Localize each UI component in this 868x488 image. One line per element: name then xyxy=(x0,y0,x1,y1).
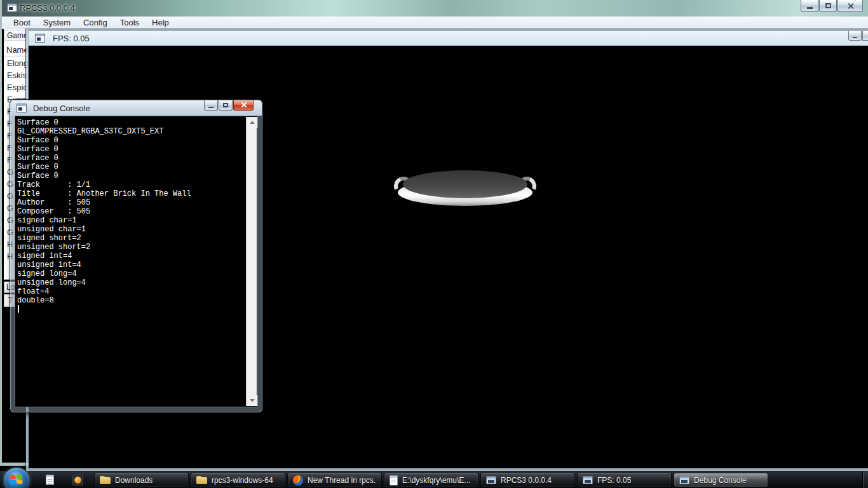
rpcs3-app-icon xyxy=(7,3,17,12)
menu-system[interactable]: System xyxy=(37,17,77,29)
menu-help[interactable]: Help xyxy=(146,17,175,29)
app-window-icon xyxy=(486,476,496,484)
rpcs3-app-icon xyxy=(35,34,45,43)
maximize-button[interactable] xyxy=(862,31,868,41)
main-caption-buttons xyxy=(801,0,863,12)
fps-titlebar[interactable]: FPS: 0.05 xyxy=(29,31,868,46)
game-row[interactable]: Elong xyxy=(7,58,28,71)
scroll-up-arrow-icon[interactable] xyxy=(247,117,257,128)
main-titlebar[interactable]: RPCS3 0.0.0.4 xyxy=(2,0,868,17)
app-window-icon xyxy=(583,476,593,484)
minimize-button[interactable] xyxy=(204,100,218,111)
rpcs3-app-icon xyxy=(17,104,27,112)
taskbar-button-browser[interactable]: New Thread in rpcs... xyxy=(287,473,382,487)
pinned-notepad-icon[interactable] xyxy=(46,475,57,486)
minimize-button[interactable] xyxy=(801,0,818,12)
taskbar-button-rpcs3[interactable]: RPCS3 0.0.0.4 xyxy=(480,473,575,487)
start-button[interactable] xyxy=(4,468,29,488)
fps-caption-buttons xyxy=(848,31,868,41)
taskbar-button-text-file[interactable]: E:\dyskfqry\emu\E... xyxy=(384,473,478,487)
scroll-down-arrow-icon[interactable] xyxy=(247,395,257,406)
close-button[interactable] xyxy=(837,0,863,12)
main-window-title: RPCS3 0.0.0.4 xyxy=(20,3,75,13)
menubar: Boot System Config Tools Help xyxy=(2,17,868,29)
desktop: RPCS3 0.0.0.4 Boot System Config Tools H… xyxy=(0,0,868,488)
text-file-icon xyxy=(390,475,398,485)
debug-console-window: Debug Console Surface 0GL_COMPRESSED_RGB… xyxy=(10,100,262,412)
console-log-text: Surface 0GL_COMPRESSED_RGBA_S3TC_DXT5_EX… xyxy=(17,118,191,323)
menu-tools[interactable]: Tools xyxy=(114,17,146,29)
folder-icon xyxy=(196,476,207,484)
game-row[interactable]: Espio xyxy=(7,83,28,95)
maximize-button[interactable] xyxy=(219,100,233,111)
taskbar-button-fps[interactable]: FPS: 0.05 xyxy=(577,473,672,487)
console-output-area[interactable]: Surface 0GL_COMPRESSED_RGBA_S3TC_DXT5_EX… xyxy=(15,116,258,407)
column-header-name[interactable]: Name xyxy=(6,45,28,55)
game-list-header[interactable]: Game I xyxy=(4,30,28,41)
game-row[interactable]: Eskiss xyxy=(7,71,28,83)
maximize-button[interactable] xyxy=(819,0,837,12)
windows-logo-icon xyxy=(10,474,22,485)
show-desktop-button[interactable] xyxy=(862,471,868,488)
dish-top-surface xyxy=(403,170,527,198)
console-scrollbar[interactable] xyxy=(246,117,257,406)
rendered-dish xyxy=(395,168,535,208)
text-cursor xyxy=(18,305,19,313)
minimize-button[interactable] xyxy=(848,31,862,41)
console-caption-buttons xyxy=(204,100,254,111)
menu-boot[interactable]: Boot xyxy=(7,17,37,29)
folder-icon xyxy=(100,476,111,484)
menu-config[interactable]: Config xyxy=(77,17,114,29)
pinned-media-player-icon[interactable] xyxy=(72,475,84,486)
close-button[interactable] xyxy=(233,100,254,111)
taskbar-button-rpcs3-folder[interactable]: rpcs3-windows-64 xyxy=(191,473,285,487)
column-divider xyxy=(4,56,28,57)
app-window-icon xyxy=(679,476,689,484)
taskbar-button-downloads[interactable]: Downloads xyxy=(94,473,189,487)
taskbar-button-debug-console[interactable]: Debug Console xyxy=(674,473,768,487)
fps-window-title: FPS: 0.05 xyxy=(53,34,90,43)
firefox-icon xyxy=(293,475,303,485)
debug-console-title: Debug Console xyxy=(33,104,90,113)
